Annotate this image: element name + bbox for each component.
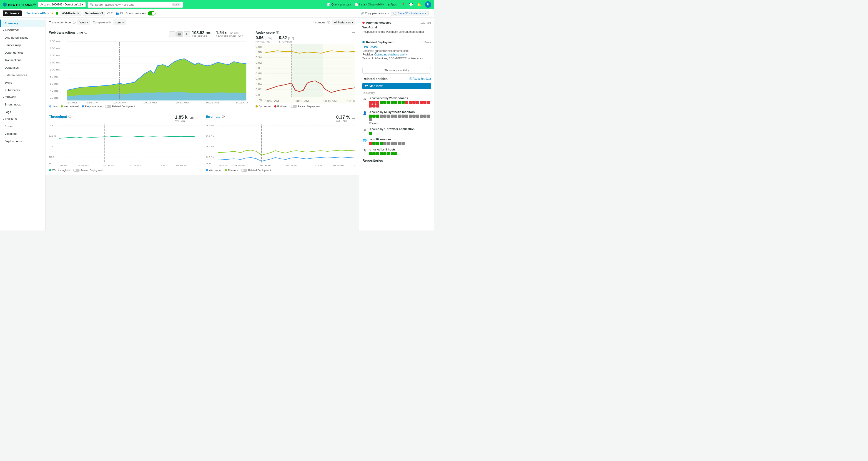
sidebar-item-databases[interactable]: Databases [0,64,45,71]
services-apm-breadcrumb[interactable]: Services - APM [26,11,46,15]
error-deployment-toggle[interactable] [241,169,247,172]
host-dot [394,152,397,155]
help-button[interactable]: ❓ [400,2,405,7]
workload-dot [376,101,379,104]
show-new-view-toggle[interactable] [148,11,155,16]
workload-dot [405,101,408,104]
error-rate-more-icon[interactable]: ··· [352,116,355,121]
sidebar-item-service-map[interactable]: Service map [0,41,45,49]
legend-throughput-deployment[interactable]: Related Deployment [73,169,103,172]
browser-info: is called by 1 browser application [369,127,431,135]
line-chart-btn[interactable]: ⟋ [169,31,176,37]
svg-text:10:15 AM: 10:15 AM [333,164,344,166]
sidebar-item-kubernetes[interactable]: Kubernetes [0,86,45,94]
deployment-toggle[interactable] [105,105,111,108]
anomaly-activity-item: Anomaly detected 10:07 am WebPortal Resp… [362,21,431,37]
error-rate-info-icon[interactable]: ⓘ [222,115,225,119]
dependencies-label: Dependencies [4,51,23,54]
chart-more-icon[interactable]: ··· [245,32,248,36]
instances-select[interactable]: All Instances ▾ [332,20,355,25]
web-transactions-title: Web transactions time ⓘ [49,30,169,35]
chart-info-icon[interactable]: ⓘ [84,30,87,35]
map-view-button[interactable]: 🗺 Map view [362,83,431,89]
synthetic-icon: 👤 [362,111,367,115]
sidebar-item-logs[interactable]: Logs [0,108,45,116]
revision-link[interactable]: Optimizing database query [374,53,407,56]
time-picker-button[interactable]: 🕐 Since 30 minutes ago ▾ [391,11,428,16]
java-label: Java [52,105,58,108]
account-selector[interactable]: Account: 1606862 - Demotron V2 ▾ [38,2,86,7]
sidebar-section-triage[interactable]: ▾ Triage [0,94,45,101]
sidebar-item-errors[interactable]: Errors [0,123,45,130]
search-input[interactable] [95,3,171,6]
deployment-revision: Revision: Optimizing database query [362,53,431,57]
sidebar-item-dependencies[interactable]: Dependencies [0,49,45,56]
service-selector[interactable]: WebPortal ▾ [60,11,81,16]
svg-text:10:00 AM: 10:00 AM [260,164,272,166]
global-search[interactable]: 🔍 Ctrl K [88,2,183,8]
user-avatar[interactable]: U [425,1,431,8]
apdex-info-icon[interactable]: ⓘ [276,30,279,35]
sidebar-section-events[interactable]: ▾ Events [0,116,45,123]
notifications-button[interactable]: 🔔 [417,2,421,7]
explorer-button[interactable]: Explorer ▾ [3,10,22,16]
svg-text:0.9: 0.9 [255,67,260,69]
throughput-deployment-toggle[interactable] [73,169,80,172]
error-rate-value-group: 0.37 % AVERAGE [336,115,350,122]
query-data-button[interactable]: 📊 Query your data [327,3,351,6]
browser-dot [369,132,372,135]
deployment-service: Plan Service [362,45,431,49]
compare-with-select[interactable]: none ▾ [113,20,126,25]
sidebar-item-summary[interactable]: Summary [0,20,45,27]
show-more-activity-button[interactable]: Show more activity [362,67,431,74]
sidebar-item-violations[interactable]: Violations [0,130,45,137]
svg-text:0.4 %: 0.4 % [206,145,214,148]
top-navigation: New Relic ONE™ Account: 1606862 - Demotr… [0,0,434,9]
throughput-more-icon[interactable]: ··· [195,116,198,121]
legend-deployment-toggle[interactable]: Related Deployment [105,105,135,108]
bar-chart-btn[interactable]: ▦ [177,31,183,37]
nav-arrow-left[interactable]: ‹ [388,11,389,15]
about-data-link[interactable]: ⓘ About this data [409,77,431,81]
apps-button[interactable]: ⊞ Apps [388,3,397,6]
sidebar-item-external-services[interactable]: External services [0,71,45,79]
tags-badge[interactable]: 🏷 31 [107,12,114,15]
plan-service-link[interactable]: Plan Service [362,45,378,49]
legend-apdex-deployment[interactable]: Related Deployment [290,105,320,108]
messages-button[interactable]: 💬 [408,2,413,7]
percent-chart-btn[interactable]: % [184,31,190,37]
sidebar-section-monitor[interactable]: ▾ Monitor [0,27,45,34]
breadcrumb-separator-2: / [48,11,49,15]
all-errors-label: All errors [228,169,238,172]
services-relation: 🌐 calls 10 services [362,137,431,145]
external-services-label: External services [4,73,27,77]
sidebar-item-deployments[interactable]: Deployments [0,137,45,145]
chevron-down-icon: ▾ [385,12,386,15]
sidebar-item-distributed-tracing[interactable]: Distributed tracing [0,34,45,41]
nav-arrow-right[interactable]: › [430,11,431,15]
error-rate-title-text: Error rate [206,115,220,118]
throughput-legend: Web throughput Related Deployment [49,169,198,172]
teams-badge[interactable]: 👥 25 [116,12,123,15]
copy-permalink-button[interactable]: 🔗 Copy permalink ▾ [361,12,386,15]
favorite-star[interactable]: ★ [51,11,54,15]
sidebar-item-errors-inbox[interactable]: Errors Inbox [0,101,45,108]
syn-dot [372,115,376,118]
account-breadcrumb-selector[interactable]: Demotron V2 [83,11,105,16]
legend-error-deployment[interactable]: Related Deployment [241,169,271,172]
svg-text:10:05 AM: 10:05 AM [129,164,141,166]
charts-row-2: Throughput ⓘ 1.85 k rpm AVERAGE ··· 2 k … [45,112,359,175]
apdex-deployment-toggle[interactable] [290,105,297,108]
sidebar-item-jvms[interactable]: JVMs [0,79,45,86]
throughput-info-icon[interactable]: ⓘ [68,115,71,119]
apdex-more-icon[interactable]: ··· [352,30,355,35]
transaction-type-select[interactable]: Web ▾ [78,20,90,25]
anomaly-entity: WebPortal [362,26,431,29]
instant-observability-button[interactable]: 📈 Instant Observability [355,3,384,6]
svg-text:80 ms: 80 ms [50,75,58,78]
show-new-view-label: Show new view [126,11,146,15]
apdex-legend: App server End user Related Deployment [255,105,355,108]
sidebar-item-transactions[interactable]: Transactions [0,56,45,64]
end-user-legend-label: End user [277,105,287,108]
workload-dot [416,101,419,104]
